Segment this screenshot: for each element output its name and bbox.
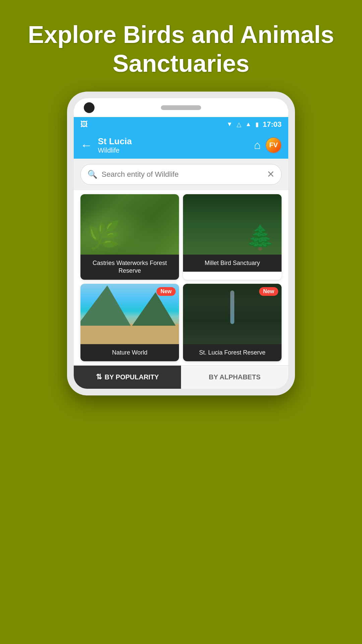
card-stlucia[interactable]: New St. Lucia Forest Reserve <box>183 284 282 361</box>
page-header: Explore Birds and Animals Sanctuaries <box>0 0 362 92</box>
search-input[interactable] <box>102 170 267 179</box>
bottom-tab-bar: ⇅ BY POPULARITY BY ALPHABETS <box>74 365 288 389</box>
card-millet-image <box>183 194 282 255</box>
tab-popularity-label: BY POPULARITY <box>105 373 159 381</box>
search-container: 🔍 ✕ <box>74 159 288 190</box>
phone-screen: 🖼 ▼ △ ▲ ▮ 17:03 ← St Lucia Wildlife ⌂ FV… <box>74 117 288 389</box>
search-bar: 🔍 ✕ <box>80 164 282 185</box>
back-button[interactable]: ← <box>80 138 93 152</box>
card-castries-label: Castries Waterworks Forest Reserve <box>80 255 179 280</box>
app-bar-title-group: St Lucia Wildlife <box>98 136 254 154</box>
app-bar: ← St Lucia Wildlife ⌂ FV <box>74 132 288 159</box>
phone-speaker <box>161 105 201 110</box>
tab-alphabets-label: BY ALPHABETS <box>209 373 260 381</box>
signal1-icon: △ <box>237 121 241 128</box>
logo-badge[interactable]: FV <box>265 137 282 153</box>
card-nature-label: Nature World <box>80 344 179 361</box>
battery-icon: ▮ <box>255 121 259 128</box>
tab-alphabets[interactable]: BY ALPHABETS <box>181 366 288 389</box>
card-nature[interactable]: New Nature World <box>80 284 179 361</box>
card-castries[interactable]: Castries Waterworks Forest Reserve <box>80 194 179 280</box>
card-millet-label: Millet Bird Sanctuary <box>183 255 282 272</box>
phone-notch <box>74 98 288 117</box>
card-stlucia-label: St. Lucia Forest Reserve <box>183 344 282 361</box>
search-icon: 🔍 <box>87 170 98 179</box>
status-time: 17:03 <box>263 120 282 129</box>
card-grid: Castries Waterworks Forest Reserve Mille… <box>74 190 288 365</box>
sort-icon: ⇅ <box>96 373 102 381</box>
tab-popularity[interactable]: ⇅ BY POPULARITY <box>74 366 181 389</box>
app-bar-actions: ⌂ FV <box>254 137 282 153</box>
phone-camera <box>84 102 95 113</box>
page-title: Explore Birds and Animals Sanctuaries <box>13 20 349 78</box>
card-castries-image <box>80 194 179 255</box>
card-nature-new-badge: New <box>157 287 176 296</box>
home-icon[interactable]: ⌂ <box>254 139 261 152</box>
phone-wrapper: 🖼 ▼ △ ▲ ▮ 17:03 ← St Lucia Wildlife ⌂ FV… <box>67 92 295 395</box>
app-bar-subtitle: Wildlife <box>98 147 254 154</box>
status-bar: 🖼 ▼ △ ▲ ▮ 17:03 <box>74 117 288 132</box>
signal2-icon: ▲ <box>245 121 251 128</box>
card-millet[interactable]: Millet Bird Sanctuary <box>183 194 282 280</box>
card-stlucia-new-badge: New <box>259 287 278 296</box>
search-clear-icon[interactable]: ✕ <box>267 169 275 180</box>
wifi-icon: ▼ <box>227 121 233 128</box>
photo-icon: 🖼 <box>80 120 88 129</box>
app-bar-main-title: St Lucia <box>98 136 254 147</box>
